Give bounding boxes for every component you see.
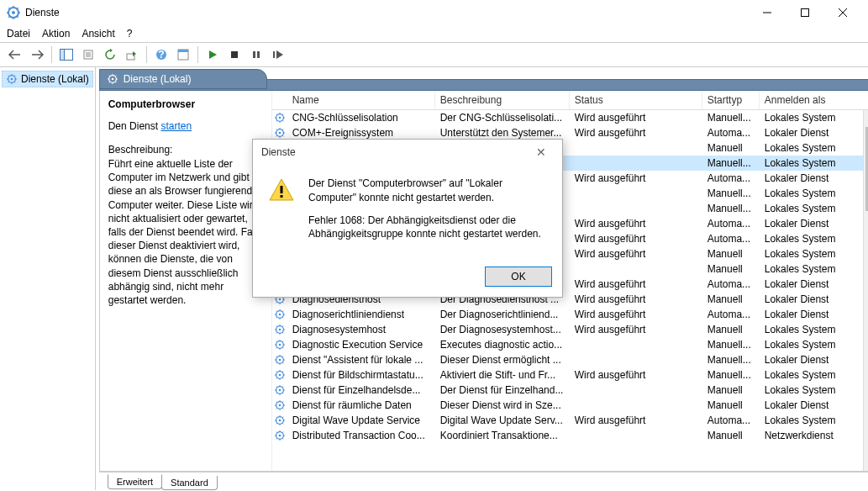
- cell-status: Wird ausgeführt: [570, 218, 702, 230]
- cell-name: Diagnosesystemhost: [287, 324, 435, 335]
- service-row[interactable]: DiagnoserichtliniendienstDer Diagnoseric…: [272, 307, 868, 322]
- service-row[interactable]: Digital Wave Update ServiceDigital Wave …: [272, 413, 868, 428]
- cell-start: Manuell: [702, 430, 760, 441]
- service-row[interactable]: DiagnosesystemhostDer Diagnosesystemhost…: [272, 322, 868, 337]
- service-gear-icon: [272, 127, 287, 139]
- start-service-link[interactable]: starten: [160, 120, 192, 132]
- stop-service-button[interactable]: [224, 45, 245, 65]
- dialog-close-button[interactable]: ✕: [529, 145, 554, 159]
- restart-service-button[interactable]: [268, 45, 288, 65]
- help-button[interactable]: ?: [151, 45, 171, 65]
- export-list-button[interactable]: [122, 45, 142, 65]
- cell-status: Wird ausgeführt: [570, 369, 702, 381]
- col-status[interactable]: Status: [570, 90, 702, 109]
- show-hide-tree-button[interactable]: [56, 45, 76, 65]
- cell-name: Dienst für Bildschirmtastatu...: [287, 369, 435, 381]
- service-row[interactable]: Dienst für Bildschirmtastatu...Aktiviert…: [272, 367, 868, 383]
- menu-view[interactable]: Ansicht: [82, 28, 114, 40]
- cell-start: Manuell...: [702, 354, 760, 366]
- tab-extended[interactable]: Erweitert: [108, 474, 162, 489]
- svg-text:?: ?: [158, 49, 164, 61]
- vertical-scrollbar[interactable]: ▲ ▼: [863, 110, 868, 471]
- cell-name: Diagnoserichtliniendienst: [287, 309, 435, 320]
- service-row[interactable]: CNG-SchlüsselisolationDer CNG-Schlüsseli…: [272, 110, 868, 125]
- service-gear-icon: [272, 384, 287, 396]
- service-gear-icon: [272, 354, 287, 366]
- view-tabs: Erweitert Standard: [99, 472, 868, 490]
- cell-start: Automa...: [702, 127, 760, 139]
- minimize-button[interactable]: [748, 0, 786, 25]
- service-row[interactable]: Dienst für räumliche DatenDieser Dienst …: [272, 398, 868, 413]
- cell-status: Wird ausgeführt: [570, 127, 702, 139]
- cell-name: Distributed Transaction Coo...: [287, 430, 435, 441]
- forward-button[interactable]: [27, 45, 47, 65]
- pause-service-button[interactable]: [246, 45, 266, 65]
- service-gear-icon: [272, 430, 287, 441]
- cell-name: Digital Wave Update Service: [287, 414, 435, 426]
- cell-start: Manuell: [702, 263, 760, 275]
- cell-status: Wird ausgeführt: [570, 248, 702, 260]
- tree-panel: Dienste (Lokal): [0, 67, 96, 490]
- properties-button[interactable]: [173, 45, 193, 65]
- menu-help[interactable]: ?: [127, 28, 133, 40]
- cell-desc: Koordiniert Transaktione...: [435, 430, 570, 441]
- warning-icon: [268, 177, 295, 203]
- cell-login: Lokales System: [760, 112, 868, 124]
- cell-name: Dienst für räumliche Daten: [287, 399, 435, 411]
- toolbar: ?: [0, 42, 868, 67]
- svg-point-20: [278, 117, 281, 119]
- cell-start: Manuell...: [702, 369, 760, 381]
- back-button[interactable]: [5, 45, 25, 65]
- service-row[interactable]: Distributed Transaction Coo...Koordinier…: [272, 428, 868, 443]
- dialog-ok-button[interactable]: OK: [485, 267, 552, 287]
- close-button[interactable]: [823, 0, 861, 25]
- cell-login: Lokales System: [760, 157, 868, 169]
- cell-status: Wird ausgeführt: [570, 112, 702, 124]
- cell-start: Automa...: [702, 233, 760, 245]
- dialog-title: Dienste: [261, 146, 529, 158]
- tree-root-item[interactable]: Dienste (Lokal): [2, 71, 93, 87]
- service-row[interactable]: Dienst für Einzelhandelsde...Der Dienst …: [272, 383, 868, 398]
- cell-start: Manuell: [702, 324, 760, 335]
- tab-standard[interactable]: Standard: [161, 476, 218, 490]
- cell-desc: Unterstützt den Systemer...: [435, 127, 570, 139]
- window-titlebar: Dienste: [0, 0, 868, 25]
- col-start[interactable]: Starttyp: [702, 90, 760, 109]
- detail-desc-text: Führt eine aktuelle Liste der Computer i…: [108, 157, 263, 307]
- cell-start: Manuell...: [702, 112, 760, 124]
- svg-point-44: [278, 298, 281, 301]
- cell-desc: Executes diagnostic actio...: [435, 339, 570, 351]
- detail-service-name: Computerbrowser: [108, 98, 263, 110]
- col-login[interactable]: Anmelden als: [760, 90, 868, 109]
- cell-desc: Der CNG-Schlüsselisolati...: [435, 112, 570, 124]
- cell-login: Lokales System: [760, 187, 868, 199]
- scroll-up-icon[interactable]: ▲: [864, 110, 868, 124]
- col-desc[interactable]: Beschreibung: [435, 90, 570, 109]
- scroll-down-icon[interactable]: ▼: [864, 457, 868, 471]
- cell-status: Wird ausgeführt: [570, 324, 702, 335]
- maximize-button[interactable]: [786, 0, 823, 25]
- export-button[interactable]: [78, 45, 98, 65]
- services-icon: [107, 73, 118, 85]
- svg-rect-4: [60, 50, 65, 61]
- start-service-button[interactable]: [203, 45, 223, 65]
- menu-file[interactable]: Datei: [7, 28, 30, 40]
- svg-point-16: [11, 78, 13, 81]
- svg-point-54: [278, 374, 281, 377]
- dialog-message-2: Fehler 1068: Der Abhängigkeitsdienst ode…: [308, 214, 547, 242]
- service-row[interactable]: Dienst "Assistent für lokale ...Dieser D…: [272, 352, 868, 367]
- cell-status: Wird ausgeführt: [570, 414, 702, 426]
- col-name[interactable]: Name: [287, 90, 435, 109]
- cell-start: Manuell: [702, 142, 760, 154]
- cell-start: Automa...: [702, 172, 760, 184]
- cell-login: Lokales System: [760, 263, 868, 275]
- cell-login: Lokales System: [760, 142, 868, 154]
- svg-point-46: [278, 314, 281, 316]
- refresh-button[interactable]: [100, 45, 120, 65]
- cell-start: Manuell...: [702, 339, 760, 351]
- menu-action[interactable]: Aktion: [42, 28, 70, 40]
- service-gear-icon: [272, 399, 287, 411]
- svg-point-58: [278, 404, 281, 407]
- service-row[interactable]: Diagnostic Execution ServiceExecutes dia…: [272, 337, 868, 352]
- cell-start: Manuell: [702, 399, 760, 411]
